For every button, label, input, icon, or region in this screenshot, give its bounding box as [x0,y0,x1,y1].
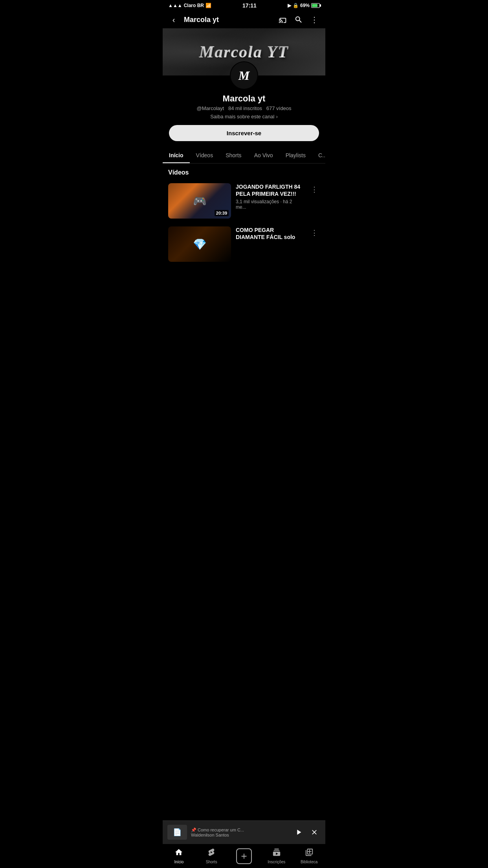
video-item[interactable]: 20:39 JOGANDO FARLIGTH 84 PELA PRIMEIRA … [163,179,325,223]
channel-nav-title: Marcola yt [184,16,273,24]
subscribe-button[interactable]: Inscrever-se [169,125,319,141]
battery-fill [312,4,317,7]
more-button[interactable]: ⋮ [309,14,320,25]
learn-more-link[interactable]: Saiba mais sobre este canal › [210,114,278,120]
wifi-icon: 📶 [205,3,211,8]
status-bar: ▲▲▲ Claro BR 📶 17:11 ▶ 🔒 69% [163,0,325,11]
tab-inicio[interactable]: Início [163,147,190,163]
video-duration: 20:39 [215,210,229,216]
status-left: ▲▲▲ Claro BR 📶 [168,3,211,8]
video-info: COMO PEGAR DIAMANTE FÁCIL solo [236,226,304,242]
channel-info: M Marcola yt @Marcolayt 84 mil inscritos… [163,75,325,147]
tab-ao-vivo[interactable]: Ao Vivo [248,147,279,163]
status-time: 17:11 [242,2,257,9]
video-more-button[interactable]: ⋮ [309,184,320,195]
video-meta: 3,1 mil visualizações · há 2 me... [236,199,303,210]
tab-playlists[interactable]: Playlists [279,147,312,163]
bottom-spacer [163,266,325,317]
video-thumbnail: 20:39 [168,183,231,219]
video-title: COMO PEGAR DIAMANTE FÁCIL solo [236,226,303,241]
lock-icon: 🔒 [293,3,299,8]
cast-button[interactable] [277,14,288,25]
back-button[interactable]: ‹ [168,14,179,25]
video-list: Vídeos 20:39 JOGANDO FARLIGTH 84 PELA PR… [163,164,325,266]
channel-tabs: Início Vídeos Shorts Ao Vivo Playlists C… [163,147,325,164]
chevron-right-icon: › [276,114,277,120]
video-more-button[interactable]: ⋮ [309,227,320,238]
battery-icon [311,3,320,8]
location-icon: ▶ [288,3,291,8]
video-item[interactable]: COMO PEGAR DIAMANTE FÁCIL solo ⋮ [163,223,325,266]
video-thumbnail [168,226,231,262]
battery-percent: 69% [300,3,310,8]
carrier-label: Claro BR [184,3,204,8]
top-nav: ‹ Marcola yt ⋮ [163,11,325,28]
tab-videos[interactable]: Vídeos [190,147,220,163]
tab-more[interactable]: C... [312,147,325,163]
channel-handle: @Marcolayt [197,105,224,111]
channel-avatar: M [230,61,258,90]
tab-shorts[interactable]: Shorts [219,147,248,163]
video-info: JOGANDO FARLIGTH 84 PELA PRIMEIRA VEZ!!!… [236,183,304,210]
signal-icon: ▲▲▲ [168,3,182,8]
channel-subscribers: 84 mil inscritos [228,105,262,111]
channel-name: Marcola yt [223,94,266,104]
video-title: JOGANDO FARLIGTH 84 PELA PRIMEIRA VEZ!!! [236,183,303,197]
channel-meta: @Marcolayt 84 mil inscritos 677 vídeos [197,105,292,111]
videos-section-header: Vídeos [163,164,325,179]
search-button[interactable] [293,14,304,25]
learn-more-label: Saiba mais sobre este canal [210,114,274,120]
channel-video-count: 677 vídeos [266,105,292,111]
status-right: ▶ 🔒 69% [288,3,320,8]
